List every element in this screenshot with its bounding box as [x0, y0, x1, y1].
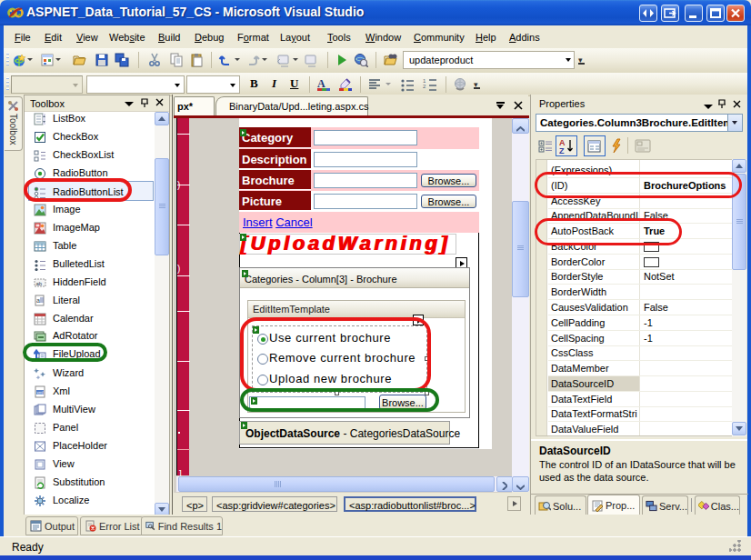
svg-text:ab: ab [36, 281, 43, 286]
svg-text:A: A [317, 77, 325, 90]
svg-text:Z: Z [559, 146, 565, 155]
svg-text:2: 2 [423, 84, 426, 89]
svg-text:xml: xml [37, 391, 44, 395]
svg-text:a: a [36, 297, 40, 304]
